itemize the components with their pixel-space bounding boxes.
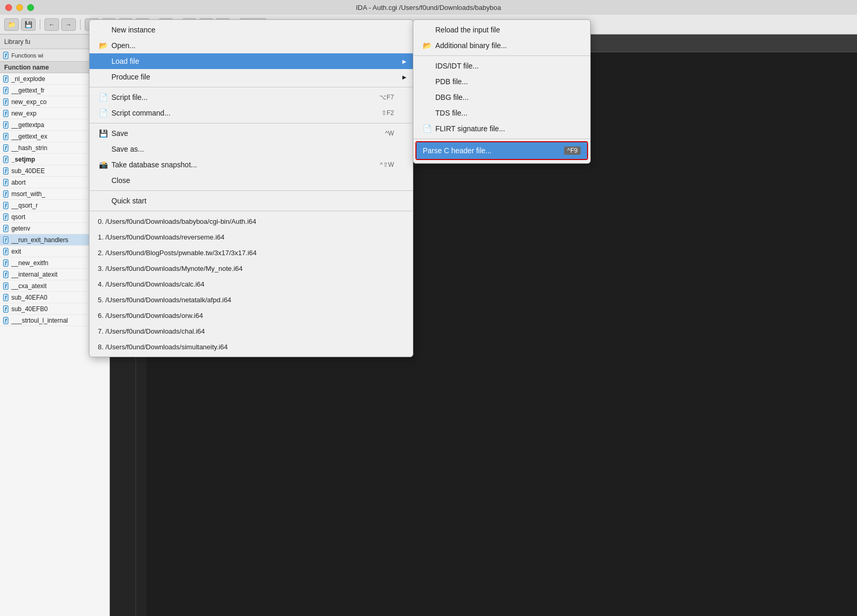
submenu-pdb[interactable]: PDB file...	[413, 74, 590, 89]
menu-script-file[interactable]: 📄 Script file... ⌥F7	[89, 89, 413, 105]
function-f-icon: f	[3, 248, 8, 255]
function-item-label: __run_exit_handlers	[12, 236, 69, 244]
function-item-label: sub_40EFA0	[12, 294, 48, 301]
submenu-tds[interactable]: TDS file...	[413, 105, 590, 121]
function-item-label: qsort	[12, 213, 26, 221]
function-f-icon: f	[3, 282, 8, 290]
menu-recent-2[interactable]: 2. /Users/f0und/BlogPosts/pwnable.tw/3x1…	[89, 245, 413, 260]
function-f-icon: f	[3, 144, 8, 152]
menu-recent-7-label: 7. /Users/f0und/Downloads/chal.i64	[98, 327, 205, 335]
menu-recent-3-label: 3. /Users/f0und/Downloads/Mynote/My_note…	[98, 265, 243, 272]
menu-recent-1[interactable]: 1. /Users/f0und/Downloads/reverseme.i64	[89, 229, 413, 245]
function-f-icon: f	[3, 75, 8, 83]
menu-quick-start[interactable]: Quick start	[89, 193, 413, 209]
function-item-label: __hash_strin	[12, 144, 48, 152]
function-f-icon: f	[3, 87, 8, 94]
function-item-label: __qsort_r	[12, 202, 38, 209]
submenu-parse-c-header[interactable]: Parse C header file... ^F9	[416, 142, 587, 159]
menu-recent-4-label: 4. /Users/f0und/Downloads/calc.i64	[98, 280, 205, 288]
submenu-pdb-label: PDB file...	[435, 77, 468, 86]
script-file-shortcut: ⌥F7	[379, 94, 394, 101]
parse-c-header-shortcut: ^F9	[564, 146, 581, 155]
function-f-icon: f	[3, 179, 8, 186]
menu-recent-0-label: 0. /Users/f0und/Downloads/babyboa/cgi-bi…	[98, 218, 256, 225]
menu-recent-3[interactable]: 3. /Users/f0und/Downloads/Mynote/My_note…	[89, 260, 413, 276]
menu-recent-7[interactable]: 7. /Users/f0und/Downloads/chal.i64	[89, 323, 413, 339]
library-fu-label: Library fu	[4, 38, 30, 45]
menu-produce-file-label: Produce file	[111, 73, 150, 81]
menu-close-label: Close	[111, 176, 130, 185]
function-item-label: ___strtoul_l_internal	[12, 317, 68, 324]
menu-open[interactable]: 📂 Open...	[89, 38, 413, 53]
function-f-icon: f	[3, 110, 8, 117]
script-command-icon: 📄	[98, 109, 108, 117]
menu-recent-6[interactable]: 6. /Users/f0und/Downloads/orw.i64	[89, 307, 413, 323]
function-icon: f	[3, 52, 8, 59]
snapshot-icon: 📸	[98, 161, 108, 169]
function-item-label: __internal_atexit	[12, 271, 58, 278]
open-icon: 📂	[98, 41, 108, 50]
menu-save-as-label: Save as...	[111, 145, 144, 153]
snapshot-shortcut: ^⇧W	[380, 161, 394, 168]
submenu-ids-idt[interactable]: IDS/IDT file...	[413, 58, 590, 74]
function-f-icon: f	[3, 98, 8, 106]
menu-script-command[interactable]: 📄 Script command... ⇧F2	[89, 105, 413, 121]
toolbar-separator-2	[80, 19, 81, 30]
menu-new-instance-label: New instance	[111, 26, 155, 34]
main-menu[interactable]: New instance 📂 Open... Load file Produce…	[89, 19, 413, 357]
function-f-icon: f	[3, 225, 8, 232]
forward-button[interactable]: →	[61, 18, 76, 31]
function-f-icon: f	[3, 156, 8, 163]
save-shortcut: ^W	[385, 130, 394, 137]
load-file-submenu[interactable]: Reload the input file 📂 Additional binar…	[413, 19, 591, 164]
menu-recent-8[interactable]: 8. /Users/f0und/Downloads/simultaneity.i…	[89, 339, 413, 355]
submenu-flirt[interactable]: 📄 FLIRT signature file...	[413, 121, 590, 136]
function-item-label: _nl_explode	[12, 75, 46, 83]
menu-divider-4	[89, 211, 413, 211]
function-item-label: sub_40DEE	[12, 167, 45, 175]
save-button[interactable]: 💾	[21, 18, 36, 31]
menu-load-file[interactable]: Load file	[89, 53, 413, 69]
function-f-icon: f	[3, 305, 8, 313]
function-f-icon: f	[3, 294, 8, 301]
submenu-dbg-label: DBG file...	[435, 93, 469, 101]
menu-snapshot-label: Take database snapshot...	[111, 161, 197, 169]
menu-quick-start-label: Quick start	[111, 197, 146, 205]
toolbar-separator-1	[40, 19, 40, 30]
function-item-label: __gettext_ex	[12, 133, 48, 140]
function-f-icon: f	[3, 213, 8, 221]
additional-binary-icon: 📂	[422, 41, 432, 50]
parse-c-header-label: Parse C header file...	[423, 146, 492, 155]
function-f-icon: f	[3, 133, 8, 140]
submenu-reload-label: Reload the input file	[435, 26, 500, 34]
menu-recent-5[interactable]: 5. /Users/f0und/Downloads/netatalk/afpd.…	[89, 292, 413, 307]
title-bar: IDA - Auth.cgi /Users/f0und/Downloads/ba…	[0, 0, 857, 15]
menu-save-label: Save	[111, 129, 128, 138]
menu-close[interactable]: Close	[89, 173, 413, 188]
submenu-additional-binary[interactable]: 📂 Additional binary file...	[413, 38, 590, 53]
maximize-button[interactable]	[27, 4, 34, 11]
function-item-label: __cxa_atexit	[12, 282, 47, 290]
menu-new-instance[interactable]: New instance	[89, 22, 413, 38]
minimize-button[interactable]	[16, 4, 23, 11]
script-command-shortcut: ⇧F2	[381, 109, 394, 117]
menu-snapshot[interactable]: 📸 Take database snapshot... ^⇧W	[89, 157, 413, 173]
menu-recent-0[interactable]: 0. /Users/f0und/Downloads/babyboa/cgi-bi…	[89, 213, 413, 229]
function-f-icon: f	[3, 190, 8, 198]
menu-recent-4[interactable]: 4. /Users/f0und/Downloads/calc.i64	[89, 276, 413, 292]
menu-recent-5-label: 5. /Users/f0und/Downloads/netatalk/afpd.…	[98, 296, 231, 304]
parse-c-header-container: Parse C header file... ^F9	[415, 141, 588, 160]
function-item-label: new_exp	[12, 110, 37, 117]
flirt-icon: 📄	[422, 124, 432, 133]
open-folder-button[interactable]: 📁	[4, 18, 19, 31]
menu-save-as[interactable]: Save as...	[89, 141, 413, 157]
menu-script-command-label: Script command...	[111, 109, 171, 117]
submenu-dbg[interactable]: DBG file...	[413, 89, 590, 105]
menu-save[interactable]: 💾 Save ^W	[89, 126, 413, 141]
function-item-label: _setjmp	[12, 156, 35, 163]
close-button[interactable]	[5, 4, 12, 11]
menu-produce-file[interactable]: Produce file	[89, 69, 413, 85]
submenu-tds-label: TDS file...	[435, 109, 467, 117]
submenu-reload[interactable]: Reload the input file	[413, 22, 590, 38]
back-button[interactable]: ←	[44, 18, 59, 31]
